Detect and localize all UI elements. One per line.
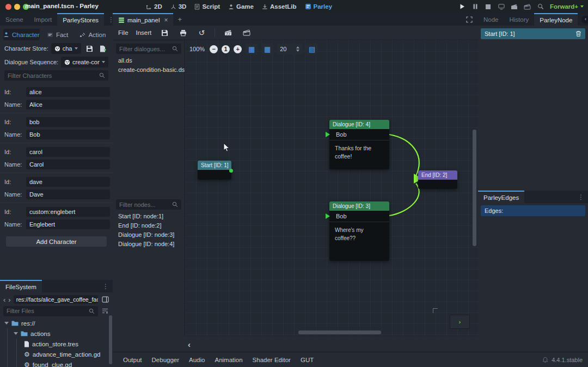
zoom-in-button[interactable]: + (234, 45, 242, 53)
character-name-field[interactable] (26, 189, 110, 199)
tab-filesystem[interactable]: FileSystem (0, 280, 42, 292)
tab-character-store[interactable]: Character (3, 29, 40, 40)
character-store-select[interactable]: charact (51, 43, 81, 54)
tab-history[interactable]: History (504, 13, 535, 26)
filter-nodes-input[interactable] (119, 201, 170, 208)
window-minimize-button[interactable] (14, 4, 20, 10)
print-dialogue-button[interactable] (177, 27, 188, 38)
tree-item-script[interactable]: ⚙ found_clue.gd (0, 359, 113, 367)
edge-dialogue4-to-end[interactable] (389, 134, 419, 176)
zoom-reset-button[interactable]: 1 (222, 45, 230, 53)
edges-header[interactable]: Edges: (481, 205, 585, 216)
tree-item-folder[interactable]: res:// (0, 318, 113, 328)
profiler-icon[interactable] (537, 3, 544, 10)
zoom-out-button[interactable]: − (210, 45, 218, 53)
menu-3d[interactable]: 3D (170, 3, 187, 10)
play-custom-scene-button[interactable] (524, 3, 531, 10)
tab-node[interactable]: Node (478, 13, 504, 26)
tab-main-panel[interactable]: main_panel × (113, 13, 173, 26)
undo-button[interactable]: ↺ (196, 27, 207, 38)
pause-button[interactable] (471, 3, 479, 10)
file-menu[interactable]: File (118, 29, 128, 36)
node-list-item[interactable]: Dialogue [ID: node:4] (113, 240, 185, 249)
tab-parleystores[interactable]: ParleyStores (57, 13, 104, 26)
tab-scene[interactable]: Scene (0, 13, 29, 26)
node-header[interactable]: Dialogue [ID: 4] (329, 120, 389, 129)
expand-bottom-panel-button[interactable] (462, 13, 478, 26)
expander-icon[interactable] (4, 322, 9, 325)
close-tab-icon[interactable]: × (164, 16, 168, 24)
tree-item-folder[interactable]: actions (0, 328, 113, 339)
bottom-tab-shader-editor[interactable]: Shader Editor (248, 357, 296, 363)
save-store-button[interactable] (84, 43, 95, 54)
graph-node-dialogue3[interactable]: Dialogue [ID: 3] Bob Where's my coffee?? (329, 201, 389, 261)
node-list-item[interactable]: Dialogue [ID: node:3] (113, 230, 185, 240)
character-name-field[interactable] (26, 160, 110, 169)
window-close-button[interactable] (5, 4, 11, 10)
menu-game[interactable]: Game (228, 3, 254, 10)
add-character-button[interactable]: Add Character (6, 236, 107, 247)
filter-files-input[interactable] (7, 308, 87, 314)
character-id-field[interactable] (26, 147, 110, 157)
renderer-selector[interactable]: Forward+ (550, 3, 584, 10)
remote-debug-icon[interactable] (498, 3, 505, 10)
dialogue-file-item[interactable]: all.ds (113, 56, 185, 65)
play-scene-button[interactable] (511, 3, 518, 10)
toggle-split-mode-button[interactable] (101, 295, 109, 304)
node-list-item[interactable]: End [ID: node:2] (113, 221, 185, 230)
run-dialogue-from-here-button[interactable] (241, 27, 252, 38)
character-name-field[interactable] (26, 130, 110, 139)
new-store-button[interactable] (97, 43, 108, 54)
history-forward-icon[interactable]: › (8, 296, 10, 303)
arrange-nodes-button[interactable]: ▤ (306, 44, 318, 54)
character-id-field[interactable] (26, 87, 110, 97)
dialogue-sequence-select[interactable]: create-conditi (61, 57, 108, 68)
tree-item-file[interactable]: action_store.tres (0, 339, 113, 349)
node-list-item[interactable]: Start [ID: node:1] (113, 212, 185, 221)
node-header[interactable]: Start [ID: 1] (198, 161, 231, 170)
new-tab-button[interactable]: + (173, 13, 186, 26)
expander-icon[interactable] (14, 332, 18, 335)
input-port[interactable] (326, 213, 330, 219)
collapse-panel-icon[interactable]: ‹ (188, 340, 191, 349)
graph-node-start[interactable]: Start [ID: 1] (198, 161, 231, 180)
filesystem-scrollbar[interactable] (109, 315, 112, 364)
file-sort-button[interactable] (101, 305, 109, 316)
stop-button[interactable] (485, 3, 492, 10)
character-name-field[interactable] (26, 100, 110, 109)
tab-import[interactable]: Import (29, 13, 58, 26)
current-path-field[interactable]: res://facts/alice_gave_coffee_fact.g (14, 295, 98, 304)
nav-back-icon[interactable]: ‹ (581, 16, 588, 23)
filter-dialogues-input[interactable] (119, 46, 170, 52)
bottom-tab-output[interactable]: Output (118, 357, 147, 363)
graph-node-dialogue4[interactable]: Dialogue [ID: 4] Bob Thanks for the coff… (329, 120, 389, 169)
tab-fact-store[interactable]: Fact (41, 29, 75, 40)
run-dialogue-button[interactable] (223, 27, 234, 38)
menu-2d[interactable]: 2D (146, 3, 162, 10)
node-header[interactable]: Dialogue [ID: 3] (329, 201, 389, 211)
minimap-toggle-button[interactable]: › (450, 315, 470, 329)
character-name-field[interactable] (26, 219, 110, 229)
menu-script[interactable]: Script (194, 3, 220, 10)
character-id-field[interactable] (26, 177, 110, 187)
canvas-vertical-scrollbar[interactable] (473, 130, 476, 246)
save-dialogue-button[interactable] (159, 27, 170, 38)
bottom-tab-debugger[interactable]: Debugger (147, 357, 185, 363)
toggle-snap-button[interactable]: ▦ (261, 44, 273, 54)
input-port[interactable] (326, 132, 330, 137)
grid-size-spinner[interactable]: 20 (277, 44, 302, 54)
spin-up-icon[interactable] (296, 46, 299, 48)
tab-parleyedges[interactable]: ParleyEdges (478, 191, 524, 203)
toggle-grid-button[interactable]: ▦ (246, 44, 258, 54)
spinner-arrows[interactable] (296, 46, 299, 52)
dock-menu-icon[interactable]: ⋮ (99, 280, 113, 292)
dialogue-graph-canvas[interactable]: 100% − 1 + ▦ ▦ 20 ▤ Start [ID: 1] Dialog… (185, 40, 478, 337)
spin-down-icon[interactable] (296, 50, 299, 52)
bottom-tab-gut[interactable]: GUT (296, 357, 318, 363)
play-button[interactable] (458, 3, 466, 10)
dock-menu-icon[interactable]: ⋮ (574, 191, 588, 203)
history-back-icon[interactable]: ‹ (3, 296, 5, 303)
edge-dialogue3-to-end[interactable] (389, 184, 419, 216)
tree-item-script[interactable]: ⚙ advance_time_action.gd (0, 349, 113, 359)
bottom-tab-audio[interactable]: Audio (184, 357, 210, 363)
